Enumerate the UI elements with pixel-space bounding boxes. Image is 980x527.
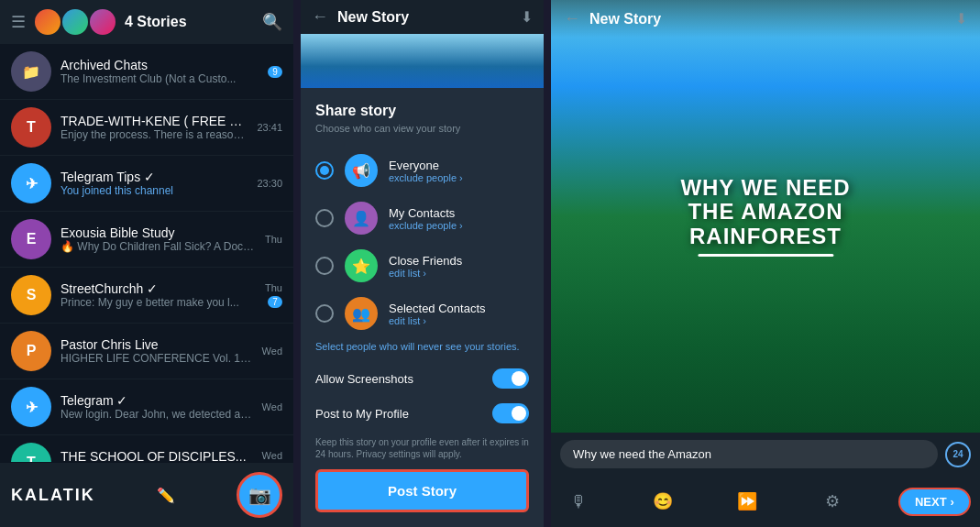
- share-header: ← New Story ⬇: [301, 0, 544, 34]
- chat-info: Telegram ✓ New login. Dear John, we dete…: [61, 393, 253, 421]
- chat-info: TRADE-WITH-KENE ( FREE G... Enjoy the pr…: [61, 114, 248, 141]
- chat-info: Archived Chats The Investment Club (Not …: [61, 58, 259, 85]
- selected-icon: 👥: [345, 297, 378, 330]
- chat-item[interactable]: ✈ Telegram Tips ✓ You joined this channe…: [0, 156, 293, 212]
- allow-screenshots-toggle[interactable]: [492, 368, 529, 389]
- amazon-headline-3: RAINFOREST: [680, 225, 850, 248]
- option-selected-contacts[interactable]: 👥 Selected Contacts edit list ›: [315, 290, 529, 337]
- story-preview-main: ← New Story ⬇ WHY WE NEED THE AMAZON RAI…: [551, 0, 980, 433]
- chat-item[interactable]: T THE SCHOOL OF DISCIPLES... moses: Good…: [0, 435, 293, 462]
- chat-item[interactable]: ✈ Telegram ✓ New login. Dear John, we de…: [0, 379, 293, 435]
- select-people-suffix: who will never see your stories.: [380, 341, 520, 352]
- chat-time: Wed: [262, 401, 282, 412]
- everyone-sub[interactable]: exclude people ›: [389, 172, 529, 183]
- story-back-icon[interactable]: ←: [564, 9, 580, 28]
- screen2-title: New Story: [337, 9, 512, 26]
- selected-sub[interactable]: edit list ›: [389, 315, 529, 326]
- chat-avatar: ✈: [11, 163, 51, 203]
- chat-item[interactable]: E Exousia Bible Study 🔥 Why Do Children …: [0, 212, 293, 268]
- story-header-overlay: ← New Story ⬇: [551, 0, 980, 38]
- chat-meta: 9: [268, 66, 282, 78]
- radio-selected[interactable]: [315, 304, 334, 323]
- chat-avatar: 📁: [11, 51, 51, 92]
- chat-avatar: E: [11, 219, 51, 259]
- allow-screenshots-label: Allow Screenshots: [315, 372, 413, 386]
- story-image-preview: [301, 34, 544, 88]
- radio-friends[interactable]: [315, 257, 334, 275]
- chat-meta: Wed: [262, 346, 282, 357]
- post-story-button[interactable]: Post Story: [315, 469, 529, 512]
- emoji-icon[interactable]: 😊: [644, 483, 681, 520]
- story-caption-bar: 24: [551, 433, 980, 476]
- camera-button[interactable]: 📷: [237, 472, 282, 518]
- next-button[interactable]: NEXT ›: [898, 488, 971, 516]
- chat-info: Exousia Bible Study 🔥 Why Do Children Fa…: [61, 225, 256, 253]
- download-icon[interactable]: ⬇: [521, 8, 533, 26]
- bottom-bar: KALATIK ✏️ 📷: [0, 462, 293, 527]
- next-chevron: ›: [951, 495, 954, 509]
- chat-time: 23:30: [257, 178, 282, 189]
- chat-avatar: P: [11, 331, 51, 371]
- mic-icon[interactable]: 🎙: [560, 483, 597, 520]
- post-to-profile-row: Post to My Profile: [315, 396, 529, 431]
- story-avatar-1[interactable]: [35, 9, 61, 35]
- allow-screenshots-row: Allow Screenshots: [315, 361, 529, 396]
- select-people-note: Select people who will never see your st…: [315, 341, 529, 352]
- chat-item[interactable]: 📁 Archived Chats The Investment Club (No…: [0, 44, 293, 100]
- story-caption-input[interactable]: [560, 440, 938, 468]
- post-to-profile-toggle[interactable]: [492, 403, 529, 423]
- share-story-screen: ← New Story ⬇ Share story Choose who can…: [301, 0, 544, 527]
- story-avatar-2[interactable]: [62, 9, 88, 35]
- kalatik-logo: KALATIK: [11, 486, 95, 505]
- stories-avatars: [35, 9, 116, 35]
- contacts-sub[interactable]: exclude people ›: [389, 220, 529, 231]
- chat-avatar: T: [11, 107, 51, 148]
- timer-badge: 24: [945, 442, 971, 467]
- chat-item[interactable]: T TRADE-WITH-KENE ( FREE G... Enjoy the …: [0, 100, 293, 156]
- friends-sub[interactable]: edit list ›: [389, 268, 529, 279]
- chat-avatar: ✈: [11, 387, 51, 427]
- chat-list: 📁 Archived Chats The Investment Club (No…: [0, 44, 293, 462]
- option-my-contacts[interactable]: 👤 My Contacts exclude people ›: [315, 194, 529, 242]
- chat-time: Wed: [262, 450, 282, 461]
- chat-header: ☰ 4 Stories 🔍: [0, 0, 293, 44]
- radio-inner-everyone: [320, 166, 329, 175]
- settings-icon[interactable]: ⚙: [814, 483, 851, 520]
- chat-name: Telegram Tips ✓: [61, 170, 248, 184]
- radio-everyone[interactable]: [315, 161, 334, 180]
- chat-item[interactable]: P Pastor Chris Live HIGHER LIFE CONFEREN…: [0, 324, 293, 379]
- story-avatar-3[interactable]: [90, 9, 116, 35]
- everyone-info: Everyone exclude people ›: [389, 159, 529, 183]
- new-story-screen: ← New Story ⬇ WHY WE NEED THE AMAZON RAI…: [551, 0, 980, 527]
- option-everyone[interactable]: 📢 Everyone exclude people ›: [315, 147, 529, 194]
- chat-name: TRADE-WITH-KENE ( FREE G...: [61, 114, 248, 128]
- story-screen-title: New Story: [589, 11, 946, 27]
- contacts-icon: 👤: [345, 202, 378, 235]
- story-toolbar: 🎙 😊 ⏩ ⚙ NEXT ›: [551, 476, 980, 527]
- story-download-icon[interactable]: ⬇: [955, 10, 967, 27]
- chat-preview: Enjoy the process. There is a reason...: [61, 128, 248, 141]
- option-close-friends[interactable]: ⭐ Close Friends edit list ›: [315, 242, 529, 290]
- radio-contacts[interactable]: [315, 209, 334, 227]
- friends-icon: ⭐: [345, 249, 378, 282]
- privacy-note: Keep this story on your profile even aft…: [315, 436, 529, 460]
- chat-preview: 🔥 Why Do Children Fall Sick? A Docu...: [61, 240, 256, 253]
- chat-info: Pastor Chris Live HIGHER LIFE CONFERENCE…: [61, 337, 253, 365]
- chat-header-title: 4 Stories: [125, 14, 253, 30]
- chat-preview: New login. Dear John, we detected a l...: [61, 408, 253, 421]
- back-icon[interactable]: ←: [312, 7, 328, 27]
- chat-name: Archived Chats: [61, 58, 259, 72]
- select-people-link[interactable]: Select people: [315, 341, 377, 352]
- chat-item[interactable]: S StreetChurchh ✓ Prince: My guy e bette…: [0, 268, 293, 324]
- attachment-icon[interactable]: ⏩: [729, 483, 765, 520]
- menu-icon[interactable]: ☰: [11, 12, 26, 32]
- edit-icon[interactable]: ✏️: [148, 477, 184, 513]
- amazon-underline: [698, 254, 833, 257]
- chat-info: THE SCHOOL OF DISCIPLES... moses: Good d…: [61, 449, 248, 462]
- share-story-subtitle: Choose who can view your story: [315, 123, 529, 134]
- chat-preview: You joined this channel: [61, 184, 248, 197]
- search-icon[interactable]: 🔍: [262, 12, 282, 32]
- chat-meta: 23:41: [257, 122, 282, 133]
- chat-preview: Prince: My guy e better make you l...: [61, 296, 256, 309]
- chat-time: Thu: [265, 282, 282, 293]
